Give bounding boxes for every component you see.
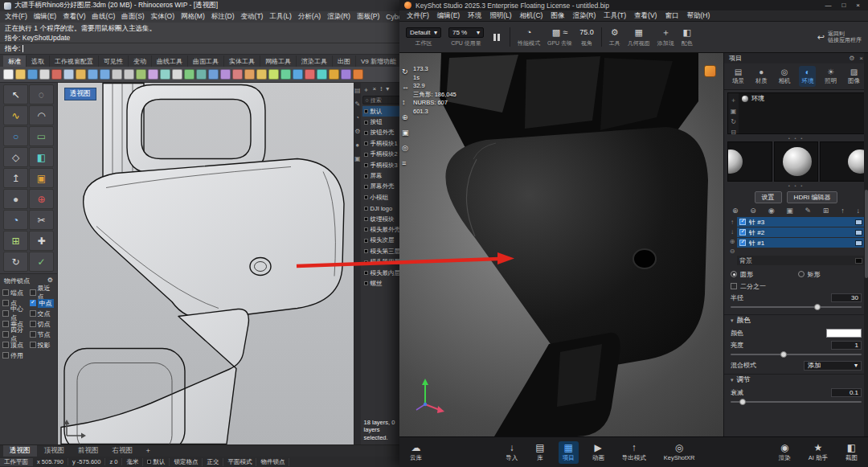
solid-box-icon[interactable]: ▣: [29, 168, 54, 188]
background-row[interactable]: 背景: [737, 256, 865, 265]
check-icon[interactable]: ✓: [29, 252, 54, 272]
paste-icon[interactable]: [76, 69, 86, 80]
layer-row[interactable]: 小模组: [362, 192, 403, 203]
collapse-icon[interactable]: ▾: [731, 377, 734, 383]
cpu-usage-dropdown[interactable]: 75 % ▾: [448, 27, 484, 38]
new-layer-icon[interactable]: ＋: [363, 85, 370, 94]
lasso-select-icon[interactable]: ◌: [29, 84, 54, 104]
gpu-denoise-icon[interactable]: ▩ ≈: [552, 27, 568, 38]
layer-row[interactable]: 屏幕外壳: [362, 182, 403, 192]
osnap-checkbox[interactable]: [2, 342, 9, 348]
rotate-ic[interactable]: [208, 69, 219, 80]
refresh-icon[interactable]: ↻: [731, 118, 736, 125]
pin-down-icon[interactable]: ↓: [856, 207, 860, 215]
layer-color-chip[interactable]: [364, 141, 368, 145]
layer-row[interactable]: 默认: [362, 106, 403, 117]
materials-panel-icon[interactable]: ●: [355, 141, 359, 149]
active-layer-chip[interactable]: 默认: [143, 458, 170, 466]
osnap-checkbox[interactable]: [2, 352, 9, 358]
copy-object-icon[interactable]: [196, 69, 207, 80]
mirror-icon[interactable]: [232, 69, 243, 80]
extrude-icon[interactable]: ↥: [3, 168, 28, 188]
minimize-button[interactable]: —: [825, 2, 831, 9]
osnap-item[interactable]: 中心点: [2, 309, 28, 318]
rhino-menu-item[interactable]: 网格(M): [178, 12, 208, 22]
layer-row[interactable]: 模头最外壳: [362, 224, 403, 235]
render-icon[interactable]: [353, 69, 363, 80]
toolbar-tab[interactable]: 曲线工具: [152, 55, 188, 67]
join-icon[interactable]: [268, 69, 279, 80]
toolbar-tab[interactable]: 选取: [27, 55, 50, 67]
status-toggle[interactable]: 锁定格点: [170, 458, 203, 466]
solid-tools-icon[interactable]: [329, 69, 339, 80]
layer-row[interactable]: 模头次层: [362, 236, 403, 246]
viewport-tab[interactable]: 透视图: [3, 445, 37, 457]
help-panel-icon[interactable]: ▣: [354, 155, 361, 162]
tumble-icon[interactable]: ↻: [402, 68, 409, 76]
layer-color-chip[interactable]: [364, 121, 368, 125]
maximize-button[interactable]: □: [841, 2, 845, 9]
add-button[interactable]: ＋ 添加现: [657, 27, 674, 47]
rhino-menu-item[interactable]: Cyberstrak: [383, 13, 399, 21]
layer-color-chip[interactable]: [364, 195, 368, 199]
osnap-item[interactable]: 节点: [30, 330, 55, 339]
rhino-menu-item[interactable]: 曲面(S): [118, 12, 147, 22]
circle-radio[interactable]: [731, 271, 737, 277]
osnap-item[interactable]: 切点: [30, 319, 55, 329]
duplicate-pin-icon[interactable]: ⊞: [823, 207, 829, 215]
osnap-item[interactable]: 停用: [2, 350, 28, 360]
rhino-menu-item[interactable]: 工具(L): [266, 12, 294, 22]
sphere-icon[interactable]: ●: [3, 189, 28, 209]
radius-input[interactable]: 30: [831, 293, 862, 302]
osnap-checkbox[interactable]: [2, 331, 9, 338]
toolbar-tab[interactable]: 标准: [3, 55, 27, 67]
ribbon-animation[interactable]: ▶ 动画: [588, 441, 608, 464]
viewport-badge-icon[interactable]: [704, 65, 716, 77]
layer-color-chip[interactable]: [364, 131, 368, 135]
redo-icon[interactable]: [100, 69, 110, 80]
boolean-union-icon[interactable]: [293, 69, 303, 80]
blend-mode-dropdown[interactable]: 添加 ▾: [804, 361, 862, 371]
rhino-menu-item[interactable]: 标注(D): [208, 12, 238, 22]
osnap-item[interactable]: 四分点: [2, 330, 28, 339]
rhino-menu-item[interactable]: 曲线(C): [89, 12, 119, 22]
join-icon[interactable]: ⊞: [3, 231, 28, 251]
layers-panel-icon[interactable]: ✎: [354, 100, 360, 108]
layer-row[interactable]: 螺丝: [362, 278, 403, 289]
polygon-icon[interactable]: ◇: [3, 147, 28, 167]
shaded-view-icon[interactable]: [160, 69, 170, 80]
osnap-item[interactable]: 交点: [30, 309, 55, 318]
pin-row[interactable]: 针 #3: [737, 217, 865, 227]
settings-panel-icon[interactable]: ⚙: [354, 128, 360, 135]
layer-color-chip[interactable]: [364, 185, 368, 189]
arc-icon[interactable]: ◠: [29, 105, 54, 125]
toolbar-tab[interactable]: 变动: [129, 55, 152, 67]
keyshot-menu-item[interactable]: 帮助(H): [682, 11, 714, 21]
ribbon-keyshotxr[interactable]: ◎ KeyShotXR: [660, 441, 699, 463]
remove-row-icon[interactable]: ⊖: [730, 248, 735, 255]
pan-icon[interactable]: ↔: [402, 83, 409, 91]
layer-color-chip[interactable]: [364, 227, 368, 231]
mesh-tools-icon[interactable]: [341, 69, 351, 80]
drag-handle[interactable]: • • •: [724, 182, 868, 189]
tab-scene[interactable]: ▤ 场景: [730, 66, 747, 87]
undo-icon[interactable]: [88, 69, 98, 80]
curve-icon[interactable]: ∿: [3, 105, 28, 125]
falloff-slider[interactable]: [724, 398, 868, 406]
split-icon[interactable]: [256, 69, 267, 80]
geometry-view-button[interactable]: ▦ 几何视图: [628, 27, 650, 47]
properties-panel-icon[interactable]: ▤: [354, 87, 361, 94]
trim-icon[interactable]: [244, 69, 255, 80]
pan-view-icon[interactable]: [112, 69, 122, 80]
zoom-extents-icon[interactable]: [136, 69, 146, 80]
rhino-viewport[interactable]: 透视图: [58, 83, 354, 444]
ribbon-project[interactable]: ▦ 项目: [559, 441, 579, 464]
falloff-input[interactable]: 0.1: [831, 388, 862, 397]
osnap-checkbox[interactable]: [30, 289, 36, 296]
keyshot-menu-item[interactable]: 文件(F): [403, 11, 433, 21]
unit-label[interactable]: 毫米: [122, 458, 143, 466]
scale-icon[interactable]: [220, 69, 231, 80]
trim-scissors-icon[interactable]: ✂: [29, 210, 54, 230]
pin-row[interactable]: 针 #2: [737, 227, 865, 237]
move-layer-icon[interactable]: ↕: [379, 85, 383, 94]
